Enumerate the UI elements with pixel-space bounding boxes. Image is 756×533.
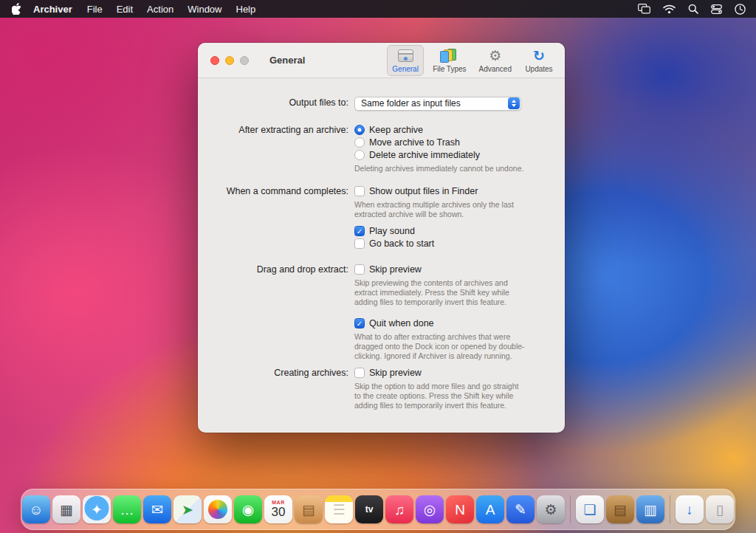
output-files-label: Output files to: (198, 97, 354, 109)
zoom-button[interactable] (240, 56, 249, 65)
dock-item-tv[interactable]: tv (355, 495, 383, 523)
creating-archives-label: Creating archives: (198, 367, 354, 410)
window-titlebar[interactable]: General General File Types ⚙ Advanced ↻ … (198, 43, 565, 78)
menu-item-edit[interactable]: Edit (117, 4, 133, 15)
gear-icon: ⚙ (489, 48, 501, 64)
dock-item-music[interactable]: ♫ (385, 495, 413, 523)
checkbox-skip-preview-extract[interactable]: Skip preview (354, 264, 565, 276)
wifi-icon[interactable] (663, 4, 676, 14)
search-icon[interactable] (688, 4, 698, 14)
news-icon: N (455, 503, 465, 517)
radio-control (354, 125, 365, 135)
dock-item-mail[interactable]: ✉ (143, 495, 171, 523)
dock-item-archiver[interactable]: ▤ (606, 495, 634, 523)
dock-item-notes[interactable]: ☰ (325, 495, 353, 523)
checkbox-control (354, 318, 365, 329)
after-extract-label: After extracting an archive: (198, 124, 354, 173)
clock-icon[interactable] (735, 4, 746, 15)
dock-item-system-preferences[interactable]: ⚙ (537, 495, 565, 523)
dock-item-safari[interactable]: ✦ (83, 495, 111, 523)
apple-logo-icon (12, 3, 21, 15)
close-button[interactable] (210, 56, 219, 65)
toolbar-tab-advanced[interactable]: ⚙ Advanced (475, 45, 515, 76)
output-folder-value: Same folder as input files (361, 98, 508, 109)
drag-drop-label: Drag and drop extract: (198, 264, 354, 307)
dock-item-messages[interactable]: … (113, 495, 141, 523)
apple-menu[interactable] (12, 3, 21, 15)
screen-mirroring-icon[interactable] (638, 4, 650, 14)
output-folder-select[interactable]: Same folder as input files (354, 97, 521, 111)
dock-item-calendar[interactable]: MAR30 (264, 495, 292, 523)
dock-item-maps[interactable]: ➤ (173, 495, 202, 523)
dock-items: ☺▦✦…✉➤◉MAR30▤☰tv♫◎NA✎⚙❏▤▥↓▯ (22, 495, 734, 523)
quit-when-done-help-text: What to do after extracting archives tha… (354, 332, 526, 361)
dock-item-xcode[interactable]: ✎ (506, 495, 535, 523)
dock-item-news[interactable]: N (446, 495, 474, 523)
empty-label (198, 317, 354, 361)
checkbox-control (354, 368, 365, 378)
image-capture-icon: ❏ (583, 503, 596, 517)
archiver-icon: ▤ (614, 503, 627, 517)
dock-item-launchpad[interactable]: ▦ (52, 495, 80, 523)
checkbox-control (354, 264, 365, 275)
dock-item-app-store[interactable]: A (476, 495, 504, 523)
delete-warning-help-text: Deleting archives immediately cannot be … (354, 164, 526, 173)
tv-icon: tv (365, 505, 374, 514)
dock-separator (670, 495, 670, 523)
dock-item-image-capture[interactable]: ❏ (576, 495, 604, 523)
checkbox-quit-when-done[interactable]: Quit when done (354, 317, 565, 330)
radio-delete-archive-immediately[interactable]: Delete archive immediately (354, 149, 565, 162)
checkbox-control (354, 238, 365, 249)
radio-keep-archive[interactable]: Keep archive (354, 124, 565, 137)
menu-items: FileEditActionWindowHelp (87, 4, 256, 15)
photos-pinwheel-icon (208, 500, 227, 519)
menu-item-window[interactable]: Window (188, 4, 221, 15)
finder-help-text: When extracting multiple archives only t… (354, 200, 526, 219)
command-completes-label: When a command completes: (198, 185, 354, 250)
system-preferences-icon: ⚙ (544, 503, 557, 517)
toolbox-icon: ▥ (644, 503, 657, 517)
dock-separator (570, 495, 571, 523)
messages-icon: … (120, 503, 134, 517)
minimize-button[interactable] (225, 56, 234, 65)
dock-item-facetime[interactable]: ◉ (234, 495, 262, 523)
app-store-icon: A (486, 503, 495, 517)
dock: ☺▦✦…✉➤◉MAR30▤☰tv♫◎NA✎⚙❏▤▥↓▯ (21, 489, 735, 530)
toolbar-tab-general[interactable]: General (387, 45, 424, 76)
trash-icon: ▯ (716, 503, 724, 517)
music-icon: ♫ (394, 503, 405, 517)
radio-control (354, 137, 365, 148)
checkbox-play-sound[interactable]: Play sound (354, 225, 565, 238)
menu-item-help[interactable]: Help (236, 4, 256, 15)
dock-item-downloads[interactable]: ↓ (676, 495, 704, 523)
checkbox-skip-preview-creating[interactable]: Skip preview (354, 367, 565, 379)
preferences-toolbar: General File Types ⚙ Advanced ↻ Updates (387, 45, 557, 76)
popup-arrows-icon (508, 97, 520, 109)
control-center-icon[interactable] (711, 4, 722, 14)
xcode-icon: ✎ (515, 503, 526, 517)
traffic-lights (210, 56, 249, 65)
checkbox-control (354, 226, 365, 236)
toolbar-tab-file-types[interactable]: File Types (429, 45, 470, 76)
downloads-icon: ↓ (686, 503, 693, 517)
dock-item-contacts[interactable]: ▤ (295, 495, 323, 523)
creating-help-text: Skip the option to add more files and go… (354, 382, 526, 410)
radio-move-archive-to-trash[interactable]: Move archive to Trash (354, 137, 565, 149)
preferences-window: General General File Types ⚙ Advanced ↻ … (198, 43, 565, 433)
general-icon (398, 48, 413, 64)
toolbar-tab-updates[interactable]: ↻ Updates (520, 45, 557, 76)
menu-item-action[interactable]: Action (147, 4, 173, 15)
updates-icon: ↻ (533, 48, 545, 64)
checkbox-go-back-to-start[interactable]: Go back to start (354, 238, 565, 250)
app-menu-title[interactable]: Archiver (33, 4, 72, 15)
dock-item-toolbox[interactable]: ▥ (636, 495, 664, 523)
dock-item-photos[interactable] (204, 495, 232, 523)
menu-item-file[interactable]: File (87, 4, 103, 15)
window-title: General (269, 55, 305, 66)
checkbox-show-output-files-in-finder[interactable]: Show output files in Finder (354, 185, 565, 198)
finder-icon: ☺ (29, 503, 43, 517)
dock-item-finder[interactable]: ☺ (22, 495, 50, 523)
dock-item-trash[interactable]: ▯ (706, 495, 734, 523)
dock-item-podcasts[interactable]: ◎ (416, 495, 444, 523)
facetime-icon: ◉ (242, 503, 255, 517)
